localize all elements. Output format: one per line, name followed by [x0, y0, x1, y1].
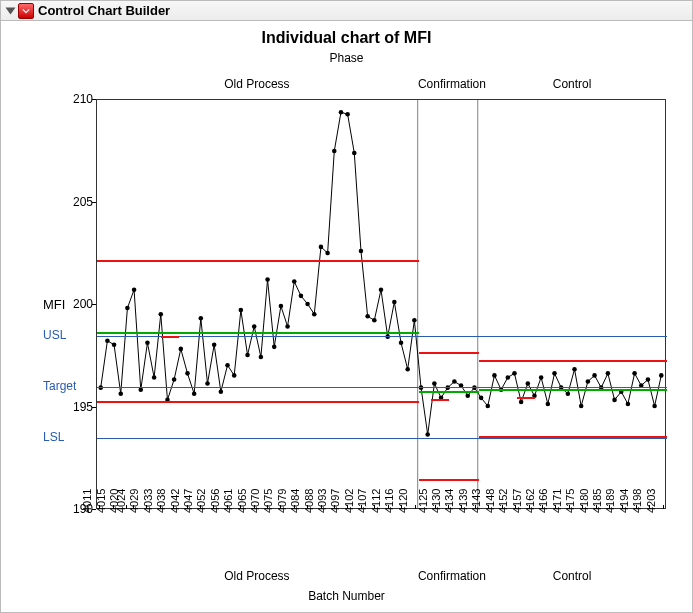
- x-tick-label: 4088: [303, 489, 315, 513]
- data-point: [392, 300, 397, 305]
- phase-header: Old Process: [96, 77, 418, 91]
- data-point: [405, 367, 410, 372]
- x-tick-label: 4015: [95, 489, 107, 513]
- data-point: [465, 394, 470, 399]
- disclose-icon[interactable]: [6, 7, 16, 14]
- chevron-down-icon: [22, 8, 30, 14]
- data-point: [145, 340, 150, 345]
- data-point: [325, 251, 330, 256]
- limit-line-cl: [479, 389, 667, 391]
- phase-avg-tick: [161, 336, 179, 338]
- x-tick-label: 4084: [289, 489, 301, 513]
- y-tick-label: 210: [71, 92, 93, 106]
- y-tick-label: 205: [71, 195, 93, 209]
- data-point: [312, 312, 317, 317]
- data-point: [179, 347, 184, 352]
- data-point: [492, 373, 497, 378]
- x-tick-label: 4052: [195, 489, 207, 513]
- data-point: [272, 345, 277, 350]
- data-point: [566, 391, 571, 396]
- x-tick-label: 4148: [484, 489, 496, 513]
- data-point: [512, 371, 517, 376]
- data-point: [572, 367, 577, 372]
- x-tick-label: 4185: [591, 489, 603, 513]
- x-tick-label: 4107: [356, 489, 368, 513]
- data-point: [626, 402, 631, 407]
- limit-line-lcl: [97, 401, 419, 403]
- spec-line-lsl: [97, 438, 667, 439]
- data-point: [606, 371, 611, 376]
- limit-line-lcl: [479, 436, 667, 438]
- data-point: [138, 387, 143, 392]
- data-point: [132, 287, 137, 292]
- panel: Control Chart Builder Individual chart o…: [0, 0, 693, 613]
- x-tick-label: 4125: [417, 489, 429, 513]
- x-axis-title: Batch Number: [1, 589, 692, 603]
- options-button[interactable]: [18, 3, 34, 19]
- phase-avg-tick: [517, 397, 535, 399]
- data-point: [232, 373, 237, 378]
- data-point: [299, 294, 304, 299]
- data-point: [359, 249, 364, 254]
- chart-area: Individual chart of MFI Phase Old Proces…: [1, 21, 692, 612]
- x-tick-label: 4175: [564, 489, 576, 513]
- x-tick-label: 4143: [470, 489, 482, 513]
- x-tick-label: 4189: [604, 489, 616, 513]
- x-tick-label: 4120: [397, 489, 409, 513]
- data-point: [125, 306, 130, 311]
- x-tick-label: 4166: [537, 489, 549, 513]
- x-tick-label: 4102: [343, 489, 355, 513]
- data-point: [526, 381, 531, 386]
- x-tick-label: 4134: [443, 489, 455, 513]
- x-tick-label: 4033: [142, 489, 154, 513]
- panel-header: Control Chart Builder: [1, 1, 692, 21]
- data-point: [319, 245, 324, 250]
- x-tick-label: 4038: [155, 489, 167, 513]
- data-point: [212, 343, 217, 348]
- data-point: [305, 302, 310, 307]
- phase-axis-title: Phase: [1, 47, 692, 65]
- x-tick-label: 4097: [329, 489, 341, 513]
- data-point: [192, 391, 197, 396]
- x-tick-label: 4024: [115, 489, 127, 513]
- x-tick-label: 4203: [645, 489, 657, 513]
- x-tick-label: 4194: [618, 489, 630, 513]
- data-point: [506, 375, 511, 380]
- data-point: [646, 377, 651, 382]
- data-point: [399, 340, 404, 345]
- plot-svg: [97, 100, 665, 508]
- data-point: [352, 151, 357, 156]
- data-point: [552, 371, 557, 376]
- data-point: [539, 375, 544, 380]
- x-tick-label: 4171: [551, 489, 563, 513]
- data-point: [332, 149, 337, 154]
- data-point: [379, 287, 384, 292]
- data-point: [112, 343, 117, 348]
- data-point: [652, 404, 657, 409]
- spec-line-usl: [97, 336, 667, 337]
- x-tick-label: 4047: [182, 489, 194, 513]
- spec-line-target: [97, 387, 667, 388]
- x-tick-label: 4162: [524, 489, 536, 513]
- x-tick-label: 4198: [631, 489, 643, 513]
- data-point: [158, 312, 163, 317]
- x-tick-label: 4075: [262, 489, 274, 513]
- limit-line-lcl: [419, 479, 479, 481]
- limit-line-ucl: [419, 352, 479, 354]
- plot-region: [96, 99, 666, 509]
- data-point: [118, 391, 123, 396]
- phase-footer: Control: [478, 569, 666, 583]
- data-point: [485, 404, 490, 409]
- data-point: [279, 304, 284, 309]
- data-point: [152, 375, 157, 380]
- phase-header: Control: [478, 77, 666, 91]
- data-point: [659, 373, 664, 378]
- data-point: [225, 363, 230, 368]
- data-point: [452, 379, 457, 384]
- x-tick-label: 4042: [169, 489, 181, 513]
- data-point: [592, 373, 597, 378]
- x-tick-label: 4061: [222, 489, 234, 513]
- spec-label-lsl: LSL: [43, 430, 64, 444]
- limit-line-ucl: [97, 260, 419, 262]
- panel-title: Control Chart Builder: [38, 3, 170, 18]
